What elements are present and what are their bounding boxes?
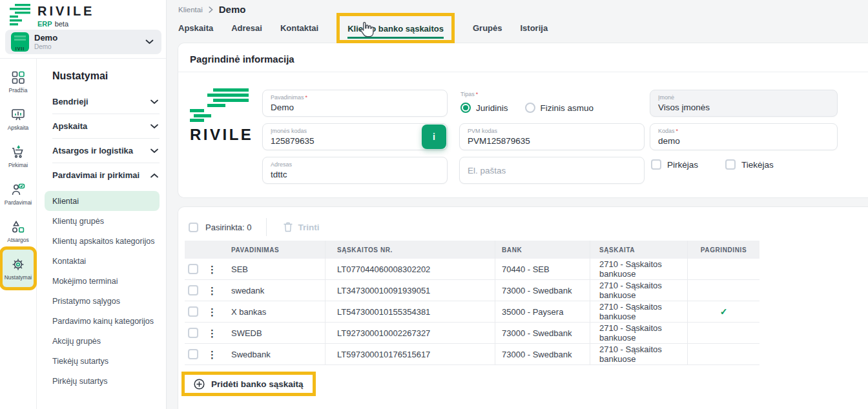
- tab-kliento-banko-sąskaitos[interactable]: Kliento banko sąskaitos: [347, 24, 444, 39]
- tab-apskaita[interactable]: Apskaita: [178, 23, 213, 33]
- row-checkbox[interactable]: [188, 349, 198, 359]
- cell-saskaita: 2710 - Sąskaitos bankuose: [590, 344, 687, 364]
- adresas-field[interactable]: Adresas tdttc: [262, 157, 448, 184]
- settings-group-atsargos-ir-logistika[interactable]: Atsargos ir logistika: [52, 139, 160, 163]
- settings-group-apskaita[interactable]: Apskaita: [52, 114, 160, 138]
- column-header-empty: [185, 241, 201, 259]
- sidebar-item-pristatymo-sąlygos[interactable]: Pristatymo sąlygos: [45, 291, 160, 311]
- breadcrumb-parent[interactable]: Klientai: [178, 6, 203, 14]
- kebab-menu-icon[interactable]: ⋮: [207, 350, 217, 359]
- pavadinimas-field[interactable]: Pavadinimas* Demo: [262, 90, 448, 117]
- rail-item-label: Apskaita: [8, 125, 29, 131]
- checkbox-icon[interactable]: [651, 159, 661, 170]
- table-row[interactable]: ⋮SwedbankLT59730001017651561773000 - Swe…: [185, 344, 760, 365]
- rail-item-apskaita[interactable]: Apskaita: [3, 100, 34, 137]
- cell-saskaitos-nr: LT547300010155354381: [325, 301, 495, 322]
- checkbox-icon[interactable]: [725, 159, 736, 170]
- column-header: PAGRINDINIS: [687, 241, 760, 259]
- cell-saskaita: 2710 - Sąskaitos bankuose: [590, 301, 687, 322]
- pvm-kodas-field[interactable]: PVM kodas PVM125879635: [459, 123, 645, 150]
- row-checkbox[interactable]: [188, 328, 198, 338]
- tab-istorija[interactable]: Istorija: [520, 23, 548, 33]
- tiekejas-checkbox-option[interactable]: Tiekėjas: [725, 159, 774, 170]
- rail-item-nustatymai[interactable]: Nustatymai: [3, 250, 34, 287]
- chevron-down-icon: [150, 124, 158, 129]
- client-logo-word: RIVILE: [190, 126, 254, 144]
- cell-pagrindinis: [687, 323, 760, 343]
- adresas-value: tdttc: [271, 170, 439, 179]
- delete-button[interactable]: Trinti: [284, 222, 320, 232]
- radio-juridinis[interactable]: Juridinis: [460, 103, 508, 113]
- column-header-empty: [201, 241, 223, 259]
- icon-rail: PradžiaApskaitaPirkimaiPardavimaiAtsargo…: [0, 59, 37, 409]
- table-row[interactable]: ⋮swedankLT34730001009193905173000 - Swed…: [185, 280, 760, 301]
- tab-kontaktai[interactable]: Kontaktai: [280, 23, 318, 33]
- radio-unselected-icon[interactable]: [525, 103, 535, 113]
- kebab-menu-icon[interactable]: ⋮: [207, 307, 217, 317]
- row-checkbox-cell: [185, 344, 201, 364]
- kebab-menu-icon[interactable]: ⋮: [207, 264, 217, 274]
- bank-accounts-card: Pasirinkta: 0 Trinti PAVADINIMASSĄSKAITO…: [178, 206, 868, 409]
- el-pastas-field[interactable]: El. paštas: [459, 157, 645, 184]
- sidebar: RIVILE ERPbeta IVII Demo Demo PradžiaAps…: [0, 0, 167, 409]
- sidebar-item-pirkėjų-sutartys[interactable]: Pirkėjų sutartys: [45, 371, 160, 391]
- kebab-menu-icon[interactable]: ⋮: [207, 328, 217, 338]
- settings-submenu: KlientaiKlientų grupėsKlientų apskaitos …: [52, 191, 160, 391]
- rail-item-pardavimai[interactable]: Pardavimai: [3, 175, 34, 212]
- row-checkbox[interactable]: [188, 285, 198, 295]
- kodas-value: demo: [658, 136, 829, 146]
- home-grid-icon: [10, 70, 26, 85]
- main-account-check-icon: ✓: [720, 306, 728, 317]
- brand-suite: ERP: [37, 20, 52, 28]
- table-row[interactable]: ⋮SWEDBLT92730001000226732773000 - Swedba…: [185, 323, 760, 344]
- chevron-down-icon: [150, 99, 158, 105]
- cell-pagrindinis: [687, 344, 760, 364]
- sidebar-item-tiekėjų-sutartys[interactable]: Tiekėjų sutartys: [45, 351, 160, 371]
- settings-group-bendrieji[interactable]: Bendrieji: [52, 90, 160, 114]
- tab-adresai[interactable]: Adresai: [231, 23, 262, 33]
- kodas-field[interactable]: Kodas* demo: [650, 123, 838, 150]
- sidebar-item-klientų-apskaitos-kategorijos[interactable]: Klientų apskaitos kategorijos: [45, 231, 160, 251]
- row-checkbox[interactable]: [188, 306, 198, 317]
- cell-saskaita: 2710 - Sąskaitos bankuose: [590, 280, 687, 301]
- inventory-shapes-icon: [10, 219, 26, 235]
- company-avatar: IVII: [11, 32, 29, 52]
- sidebar-item-mokėjimo-terminai[interactable]: Mokėjimo terminai: [45, 271, 160, 291]
- sidebar-item-akcijų-grupės[interactable]: Akcijų grupės: [45, 331, 160, 351]
- radio-selected-icon[interactable]: [460, 103, 471, 113]
- radio-fizinis-asmuo[interactable]: Fizinis asmuo: [525, 103, 594, 113]
- rail-item-pirkimai[interactable]: Pirkimai: [3, 137, 34, 175]
- tutorial-highlight-box: Kliento banko sąskaitos: [336, 13, 455, 43]
- imone-field[interactable]: Įmonė Visos įmonės: [650, 90, 838, 117]
- tipas-field: Tipas* Juridinis Fizinis asmuo: [460, 91, 594, 113]
- main-info-card: Pagrindinė informacija RIVILE: [178, 43, 868, 198]
- company-code-info-button[interactable]: i: [422, 125, 446, 149]
- trash-icon: [284, 222, 293, 232]
- add-bank-account-button[interactable]: Pridėti banko sąskaitą: [181, 372, 316, 396]
- imones-kodas-field[interactable]: Įmonės kodas 125879635: [262, 123, 448, 150]
- sidebar-item-klientai[interactable]: Klientai: [45, 191, 160, 211]
- column-header: SĄSKAITOS NR.: [325, 241, 495, 259]
- row-menu-cell: ⋮: [201, 280, 223, 301]
- brand-name: RIVILE: [37, 5, 94, 17]
- tab-grupės[interactable]: Grupės: [473, 23, 502, 33]
- cell-pavadinimas: swedank: [223, 280, 325, 301]
- table-row[interactable]: ⋮SEBLT07704406000830220270440 - SEB2710 …: [185, 259, 760, 280]
- sidebar-item-kontaktai[interactable]: Kontaktai: [45, 251, 160, 271]
- settings-group-pardavimai-ir-pirkimai[interactable]: Pardavimai ir pirkimai: [52, 163, 160, 187]
- rail-item-pradžia[interactable]: Pradžia: [3, 63, 34, 100]
- row-menu-cell: ⋮: [201, 301, 223, 322]
- row-checkbox[interactable]: [188, 264, 198, 274]
- sidebar-item-pardavimo-kainų-kategorijos[interactable]: Pardavimo kainų kategorijos: [45, 311, 160, 331]
- rail-item-label: Nustatymai: [5, 274, 32, 281]
- table-row[interactable]: ⋮X bankasLT54730001015535438135000 - Pay…: [185, 301, 760, 323]
- company-selector[interactable]: IVII Demo Demo: [5, 30, 161, 54]
- rail-item-label: Pardavimai: [5, 199, 32, 206]
- cell-pavadinimas: X bankas: [223, 301, 325, 322]
- sidebar-item-klientų-grupės[interactable]: Klientų grupės: [45, 211, 160, 231]
- rail-item-atsargos[interactable]: Atsargos: [3, 212, 34, 250]
- cell-pavadinimas: Swedbank: [223, 344, 325, 364]
- select-all-checkbox[interactable]: [189, 223, 198, 232]
- pirkejas-checkbox-option[interactable]: Pirkėjas: [651, 159, 698, 170]
- kebab-menu-icon[interactable]: ⋮: [207, 286, 217, 295]
